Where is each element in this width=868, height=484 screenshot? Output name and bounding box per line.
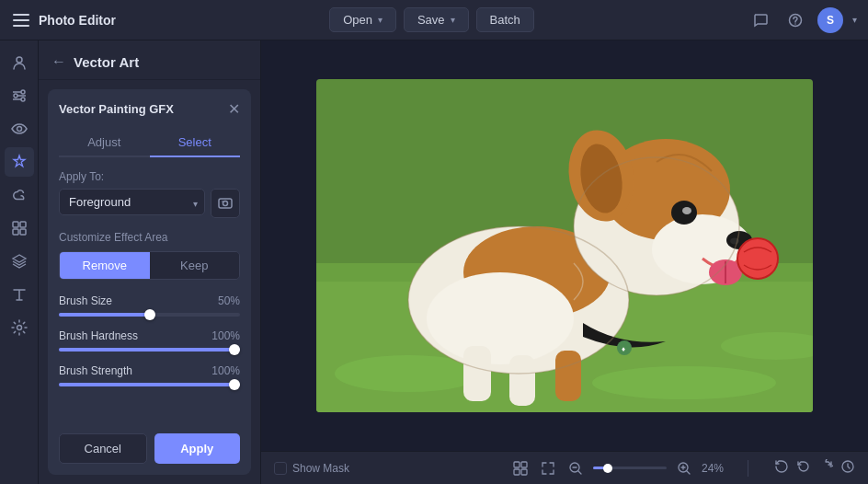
- toolbar-effects-icon[interactable]: [5, 147, 34, 177]
- header-right: S ▾: [748, 7, 857, 33]
- svg-point-12: [17, 127, 21, 132]
- svg-rect-0: [13, 14, 29, 16]
- avatar[interactable]: S: [817, 7, 843, 33]
- open-button[interactable]: Open ▾: [329, 7, 396, 32]
- menu-icon[interactable]: [11, 10, 31, 30]
- toolbar-settings-icon[interactable]: [5, 313, 34, 342]
- svg-point-29: [427, 272, 574, 364]
- svg-point-5: [17, 57, 22, 63]
- keep-toggle-button[interactable]: Keep: [150, 252, 240, 279]
- brush-size-fill: [59, 313, 150, 317]
- apply-to-row: Foreground Background Full Image ▾: [59, 189, 240, 218]
- apply-to-select-wrapper: Foreground Background Full Image ▾: [59, 189, 205, 218]
- close-icon[interactable]: ✕: [228, 100, 240, 118]
- redo-icon[interactable]: [818, 459, 833, 478]
- svg-rect-14: [20, 222, 26, 227]
- svg-point-19: [223, 202, 228, 206]
- bottom-actions: [774, 459, 855, 478]
- show-mask-label: Show Mask: [292, 462, 349, 475]
- toolbar-layers-icon[interactable]: [5, 247, 34, 276]
- svg-point-6: [14, 94, 17, 98]
- brush-hardness-fill: [59, 348, 240, 351]
- customize-section-title: Customize Effect Area: [59, 231, 240, 244]
- svg-line-60: [687, 471, 690, 474]
- apply-to-select[interactable]: Foreground Background Full Image: [59, 189, 205, 215]
- brush-hardness-header: Brush Hardness 100%: [59, 329, 240, 342]
- batch-button[interactable]: Batch: [476, 7, 534, 32]
- mask-checkbox-input[interactable]: [274, 462, 287, 475]
- brush-hardness-thumb[interactable]: [229, 344, 240, 355]
- brush-size-track: [59, 313, 240, 317]
- canvas-area: ♦: [261, 40, 868, 484]
- zoom-controls: 24%: [510, 458, 735, 478]
- zoom-value: 24%: [702, 462, 735, 475]
- tabs: Adjust Select: [59, 129, 240, 157]
- brush-hardness-value: 100%: [211, 329, 240, 342]
- header-actions: Open ▾ Save ▾ Batch: [329, 7, 534, 32]
- history-icon[interactable]: [774, 459, 789, 478]
- brush-strength-label: Brush Strength: [59, 364, 132, 377]
- apply-button[interactable]: Apply: [154, 433, 241, 464]
- fit-view-button[interactable]: [510, 458, 531, 478]
- left-toolbar: [0, 40, 39, 484]
- svg-line-56: [578, 471, 581, 474]
- brush-size-thumb[interactable]: [144, 309, 155, 320]
- fit-frame-button[interactable]: [538, 458, 558, 478]
- app-logo: Photo Editor: [11, 10, 116, 30]
- toolbar-text-icon[interactable]: [5, 280, 34, 309]
- reset-icon[interactable]: [840, 459, 855, 478]
- back-button[interactable]: ←: [51, 53, 66, 70]
- svg-rect-15: [13, 229, 18, 235]
- app-title: Photo Editor: [39, 13, 116, 28]
- canvas-inner: ♦: [261, 40, 868, 451]
- cancel-button[interactable]: Cancel: [59, 433, 147, 464]
- svg-rect-52: [514, 469, 520, 475]
- panel-title: Vector Art: [74, 54, 139, 70]
- svg-rect-50: [514, 462, 520, 467]
- help-button[interactable]: [782, 7, 808, 33]
- bottom-bar: Show Mask: [261, 451, 868, 484]
- save-button[interactable]: Save ▾: [404, 7, 469, 32]
- card-title: Vector Painting GFX: [59, 102, 174, 116]
- toolbar-adjustments-icon[interactable]: [5, 81, 34, 110]
- svg-point-7: [21, 90, 25, 94]
- toolbar-eye-icon[interactable]: [5, 114, 34, 144]
- svg-point-20: [222, 201, 223, 202]
- chat-button[interactable]: [748, 7, 773, 33]
- toolbar-grid-icon[interactable]: [5, 213, 34, 243]
- header: Photo Editor Open ▾ Save ▾ Batch: [0, 0, 868, 40]
- avatar-expand-icon[interactable]: ▾: [852, 15, 857, 25]
- svg-rect-1: [13, 19, 29, 21]
- toolbar-cloud-icon[interactable]: [5, 180, 34, 210]
- svg-text:♦: ♦: [622, 345, 625, 353]
- tab-adjust[interactable]: Adjust: [59, 129, 150, 157]
- svg-rect-16: [20, 229, 26, 235]
- svg-rect-13: [13, 222, 18, 227]
- zoom-in-button[interactable]: [674, 458, 694, 478]
- zoom-slider-track[interactable]: [593, 467, 667, 469]
- brush-strength-thumb[interactable]: [229, 379, 240, 390]
- tab-select[interactable]: Select: [150, 129, 241, 157]
- brush-hardness-label: Brush Hardness: [59, 329, 138, 342]
- svg-rect-45: [555, 351, 581, 401]
- show-mask-checkbox[interactable]: Show Mask: [274, 462, 349, 475]
- brush-size-group: Brush Size 50%: [59, 294, 240, 317]
- action-buttons: Cancel Apply: [59, 426, 240, 464]
- save-chevron-icon: ▾: [451, 15, 455, 25]
- photo-frame: ♦: [316, 79, 813, 412]
- brush-hardness-group: Brush Hardness 100%: [59, 329, 240, 351]
- brush-strength-track: [59, 383, 240, 386]
- zoom-slider-thumb[interactable]: [603, 464, 612, 473]
- svg-rect-18: [219, 199, 232, 208]
- panel-card: Vector Painting GFX ✕ Adjust Select Appl…: [48, 89, 251, 475]
- toolbar-people-icon[interactable]: [5, 48, 34, 77]
- undo-icon[interactable]: [796, 459, 811, 478]
- main-content: ← Vector Art Vector Painting GFX ✕ Adjus…: [0, 40, 868, 484]
- zoom-out-button[interactable]: [565, 458, 586, 478]
- remove-toggle-button[interactable]: Remove: [60, 252, 150, 279]
- dog-image: ♦: [316, 79, 813, 412]
- mask-icon-button[interactable]: [211, 189, 240, 218]
- separator: [748, 460, 748, 477]
- panel-header: ← Vector Art: [39, 40, 260, 80]
- svg-point-17: [17, 326, 21, 330]
